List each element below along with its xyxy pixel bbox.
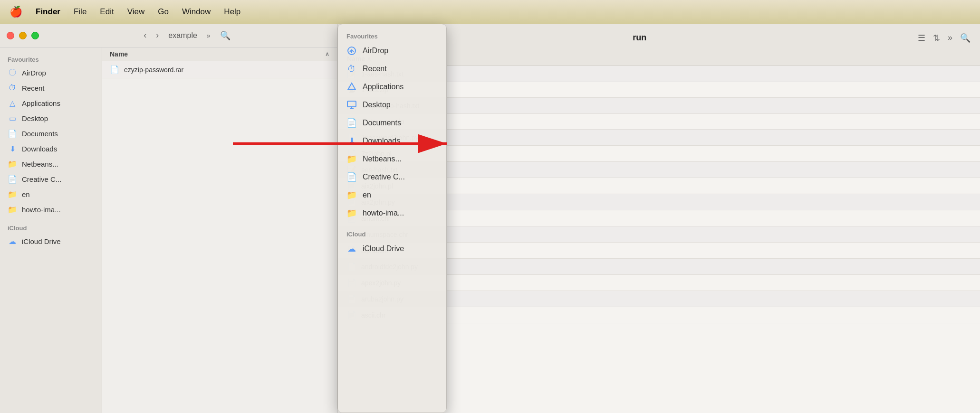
menubar: 🍎 Finder File Edit View Go Window Help	[0, 0, 980, 24]
sidebar-item-creative[interactable]: 📄 Creative C...	[0, 171, 102, 187]
dropdown-creative-icon: 📄	[346, 172, 357, 182]
sidebar-item-icloud[interactable]: ☁ iCloud Drive	[0, 234, 102, 249]
sidebar-label-en: en	[22, 190, 30, 198]
left-file-list: Name ∧ 📄 ezyzip-password.rar	[102, 47, 337, 413]
file-list-header-left: Name ∧	[102, 47, 337, 61]
sidebar-item-downloads[interactable]: ⬇ Downloads	[0, 141, 102, 156]
creative-icon: 📄	[8, 174, 17, 184]
arrange-button[interactable]: ⇅	[933, 33, 940, 43]
dropdown-label-applications: Applications	[363, 83, 404, 91]
icloud-icon: ☁	[8, 236, 17, 246]
dropdown-section-favourites: Favourites	[338, 28, 446, 42]
left-sidebar: Favourites 〇 AirDrop ⏱ Recent △ Applicat…	[0, 47, 102, 413]
rar-icon: 📄	[110, 65, 119, 74]
dropdown-label-documents: Documents	[363, 119, 401, 127]
dropdown-item-documents[interactable]: 📄 Documents	[338, 114, 446, 132]
sidebar-item-desktop[interactable]: ▭ Desktop	[0, 111, 102, 126]
dropdown-panel: Favourites AirDrop ⏱ Recent Applications	[337, 24, 447, 413]
app-name: Finder	[36, 7, 60, 17]
sidebar-label-netbeans: Netbeans...	[22, 160, 58, 168]
sidebar-item-recent[interactable]: ⏱ Recent	[0, 80, 102, 95]
view-options-button[interactable]: ☰	[918, 33, 925, 43]
sidebar-label-airdrop: AirDrop	[22, 69, 46, 77]
menu-view[interactable]: View	[127, 7, 145, 17]
menu-edit[interactable]: Edit	[100, 7, 114, 17]
menu-file[interactable]: File	[74, 7, 86, 17]
dropdown-item-en[interactable]: 📁 en	[338, 186, 446, 204]
dropdown-item-creative[interactable]: 📄 Creative C...	[338, 168, 446, 186]
dropdown-item-netbeans[interactable]: 📁 Netbeans...	[338, 150, 446, 168]
dropdown-en-icon: 📁	[346, 190, 357, 200]
search-button-right[interactable]: 🔍	[960, 33, 970, 43]
dropdown-item-recent[interactable]: ⏱ Recent	[338, 60, 446, 78]
documents-icon: 📄	[8, 129, 17, 138]
dropdown-item-applications[interactable]: Applications	[338, 78, 446, 96]
sidebar-item-netbeans[interactable]: 📁 Netbeans...	[0, 156, 102, 171]
dropdown-documents-icon: 📄	[346, 118, 357, 128]
left-file-area: Favourites 〇 AirDrop ⏱ Recent △ Applicat…	[0, 47, 337, 413]
sidebar-label-downloads: Downloads	[22, 145, 57, 153]
sidebar-label-howto: howto-ima...	[22, 206, 61, 214]
dropdown-item-howto[interactable]: 📁 howto-ima...	[338, 204, 446, 222]
finder-left-window: ‹ › example » 🔍 Favourites 〇 AirDrop ⏱ R…	[0, 24, 337, 413]
dropdown-item-downloads[interactable]: ⬇ Downloads	[338, 132, 446, 150]
menu-window[interactable]: Window	[182, 7, 211, 17]
netbeans-icon: 📁	[8, 159, 17, 169]
sidebar-item-documents[interactable]: 📄 Documents	[0, 126, 102, 141]
path-button[interactable]: »	[207, 32, 211, 39]
dropdown-label-recent: Recent	[363, 65, 387, 73]
dropdown-label-netbeans: Netbeans...	[363, 155, 402, 163]
dropdown-label-en: en	[363, 191, 371, 199]
traffic-light-min[interactable]	[19, 32, 27, 39]
sidebar-label-documents: Documents	[22, 130, 58, 138]
dropdown-label-icloud: iCloud Drive	[363, 244, 404, 253]
file-name-rar: ezyzip-password.rar	[124, 66, 183, 74]
recent-icon: ⏱	[8, 83, 17, 93]
sidebar-item-howto[interactable]: 📁 howto-ima...	[0, 202, 102, 217]
file-row-rar[interactable]: 📄 ezyzip-password.rar	[102, 61, 337, 78]
downloads-icon: ⬇	[8, 144, 17, 153]
main-content: ‹ › example » 🔍 Favourites 〇 AirDrop ⏱ R…	[0, 24, 980, 413]
dropdown-airdrop-icon	[346, 46, 357, 56]
menu-go[interactable]: Go	[158, 7, 169, 17]
applications-icon: △	[8, 98, 17, 108]
dropdown-recent-icon: ⏱	[346, 64, 357, 74]
traffic-light-max[interactable]	[31, 32, 39, 39]
dropdown-item-icloud[interactable]: ☁ iCloud Drive	[338, 240, 446, 258]
dropdown-item-desktop[interactable]: Desktop	[338, 96, 446, 114]
en-icon: 📁	[8, 189, 17, 199]
name-column-left: Name	[110, 50, 323, 58]
dropdown-label-creative: Creative C...	[363, 173, 405, 181]
sort-indicator-left: ∧	[325, 51, 329, 57]
airdrop-icon: 〇	[8, 68, 17, 77]
dropdown-label-desktop: Desktop	[363, 101, 391, 109]
svg-marker-2	[348, 83, 355, 90]
dropdown-icloud-icon: ☁	[346, 244, 357, 254]
left-toolbar: ‹ › example » 🔍	[0, 24, 337, 47]
sidebar-label-recent: Recent	[22, 84, 45, 92]
sidebar-label-desktop: Desktop	[22, 114, 48, 122]
search-button-left[interactable]: 🔍	[220, 30, 231, 41]
traffic-light-close[interactable]	[7, 32, 14, 39]
dropdown-label-downloads: Downloads	[363, 137, 400, 145]
forward-button[interactable]: ›	[156, 30, 159, 40]
sidebar-section-icloud: iCloud	[0, 221, 102, 234]
back-button[interactable]: ‹	[144, 30, 146, 40]
dropdown-applications-icon	[346, 82, 357, 92]
dropdown-section-icloud: iCloud	[338, 226, 446, 240]
dropdown-desktop-icon	[346, 100, 357, 110]
apple-menu[interactable]: 🍎	[10, 6, 22, 18]
more-button-right[interactable]: »	[948, 33, 952, 43]
howto-icon: 📁	[8, 205, 17, 214]
dropdown-label-airdrop: AirDrop	[363, 47, 388, 55]
dropdown-downloads-icon: ⬇	[346, 136, 357, 146]
desktop-icon: ▭	[8, 113, 17, 123]
sidebar-item-airdrop[interactable]: 〇 AirDrop	[0, 65, 102, 80]
sidebar-item-applications[interactable]: △ Applications	[0, 95, 102, 111]
sidebar-label-creative: Creative C...	[22, 175, 61, 183]
sidebar-section-favourites: Favourites	[0, 52, 102, 65]
dropdown-item-airdrop[interactable]: AirDrop	[338, 42, 446, 60]
menu-help[interactable]: Help	[224, 7, 240, 17]
sidebar-item-en[interactable]: 📁 en	[0, 187, 102, 202]
left-nav-toolbar: ‹ › example » 🔍	[44, 30, 330, 41]
